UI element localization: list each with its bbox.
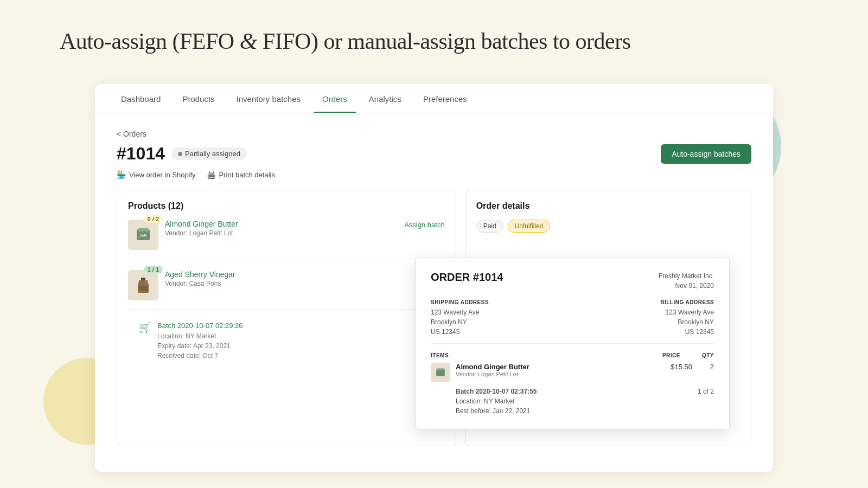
product-item-1: JAR 0 / 2 Almond Ginger Butter Vendor: L…	[128, 220, 445, 259]
shopify-icon: 🏪	[117, 170, 126, 179]
print-header: ORDER #1014 Freshly Market Inc. Nov 01, …	[431, 271, 714, 291]
nav-bar: Dashboard Products Inventory batches Ord…	[95, 84, 773, 114]
view-shopify-label: View order in Shopify	[129, 171, 196, 179]
page-headline: Auto-assign (FEFO & FIFO) or manual-assi…	[60, 28, 631, 54]
print-items-header: ITEMS PRICE QTY	[431, 352, 714, 358]
svg-rect-3	[141, 278, 145, 280]
print-item-qty-1: 2	[698, 363, 714, 371]
nav-item-analytics[interactable]: Analytics	[360, 86, 410, 112]
batch-location: Location: NY Market	[157, 331, 243, 341]
print-batch-info: Batch 2020-10-07 02:37:55 1 of 2 Locatio…	[456, 387, 714, 416]
print-item-name-1: Almond Ginger Butter	[456, 363, 665, 371]
print-qty-label: QTY	[702, 352, 714, 358]
product-image-wrap-1: JAR 0 / 2	[128, 220, 158, 250]
products-panel-title: Products (12)	[128, 201, 445, 211]
qty-badge-2: 1 / 1	[144, 266, 163, 273]
nav-item-inventory-batches[interactable]: Inventory batches	[228, 86, 309, 112]
product-vendor-2: Vendor: Casa Pons	[165, 280, 445, 287]
print-shipping: SHIPPING ADDRESS 123 Waverly AveBrooklyn…	[431, 299, 489, 337]
order-badges: Paid Unfulfilled	[476, 220, 740, 233]
batch-item-1: 🛒 Batch 2020-10-07 02:29:26 Location: NY…	[128, 320, 445, 361]
products-panel: Products (12) JAR 0 / 2	[117, 190, 456, 446]
svg-text:JAR: JAR	[139, 234, 146, 237]
breadcrumb[interactable]: < Orders	[117, 130, 751, 138]
print-shipping-address: 123 Waverly AveBrooklyn NYUS 12345	[431, 307, 489, 337]
order-number: #1014	[117, 144, 165, 164]
print-item-price-1: $15.50	[671, 363, 692, 371]
print-panel: ORDER #1014 Freshly Market Inc. Nov 01, …	[415, 258, 730, 429]
status-badge: Partially assigned	[171, 147, 247, 160]
print-date: Nov 01, 2020	[659, 281, 714, 291]
print-batch-best-before: Best before: Jan 22, 2021	[456, 407, 530, 415]
badge-paid: Paid	[476, 220, 503, 233]
product-info-2: Aged Sherry Vinegar Vendor: Casa Pons	[165, 270, 445, 287]
product-name-1: Almond Ginger Butter	[165, 220, 398, 228]
print-item-1: Almond Ginger Butter Vendor: Logan Petit…	[431, 363, 714, 382]
print-billing-address: 123 Waverly AveBrooklyn NYUS 12345	[660, 307, 714, 337]
print-company: Freshly Market Inc. Nov 01, 2020	[659, 271, 714, 291]
badge-unfulfilled: Unfulfilled	[508, 220, 551, 233]
assign-batch-button-1[interactable]: Assign batch	[404, 220, 444, 229]
print-addresses: SHIPPING ADDRESS 123 Waverly AveBrooklyn…	[431, 299, 714, 344]
ui-card: Dashboard Products Inventory batches Ord…	[95, 84, 773, 472]
product-image-1: JAR	[128, 220, 158, 250]
view-shopify-link[interactable]: 🏪 View order in Shopify	[117, 170, 196, 179]
print-item-img-1	[431, 363, 450, 382]
order-details-title: Order details	[476, 201, 740, 211]
print-item-vendor-1: Vendor: Logan Petit Lot	[456, 371, 665, 377]
nav-item-dashboard[interactable]: Dashboard	[112, 86, 169, 112]
product-name-2: Aged Sherry Vinegar	[165, 270, 445, 279]
batch-name: Batch 2020-10-07 02:29:26	[157, 320, 243, 331]
print-batch-link[interactable]: 🖨️ Print batch details	[207, 170, 275, 179]
print-batch-label: Print batch details	[219, 171, 275, 179]
product-item-2: 1 / 1 Aged Sherry Vinegar Vendor: Casa P…	[128, 270, 445, 310]
nav-item-orders[interactable]: Orders	[314, 86, 356, 112]
svg-rect-6	[437, 368, 444, 370]
svg-rect-1	[138, 228, 149, 232]
order-header-left: #1014 Partially assigned	[117, 144, 247, 164]
auto-assign-button[interactable]: Auto-assign batches	[661, 144, 751, 164]
print-shipping-label: SHIPPING ADDRESS	[431, 299, 489, 305]
print-item-info-1: Almond Ginger Butter Vendor: Logan Petit…	[456, 363, 665, 377]
batch-info-1: Batch 2020-10-07 02:29:26 Location: NY M…	[157, 320, 243, 361]
qty-badge-1: 0 / 2	[144, 215, 163, 223]
batch-cart-icon: 🛒	[139, 322, 151, 333]
status-dot	[178, 152, 182, 156]
svg-rect-4	[139, 286, 148, 291]
action-row: 🏪 View order in Shopify 🖨️ Print batch d…	[117, 170, 751, 179]
product-vendor-1: Vendor: Logan Petit Lot	[165, 229, 398, 237]
product-image-2	[128, 270, 158, 300]
print-batch-name: Batch 2020-10-07 02:37:55	[456, 388, 537, 395]
print-batch-of: 1 of 2	[698, 387, 714, 396]
order-header: #1014 Partially assigned Auto-assign bat…	[117, 144, 751, 164]
print-order-number: ORDER #1014	[431, 271, 503, 284]
product-image-wrap-2: 1 / 1	[128, 270, 158, 300]
print-price-label: PRICE	[662, 352, 680, 358]
nav-item-products[interactable]: Products	[174, 86, 223, 112]
batch-received: Received date: Oct 7	[157, 351, 243, 361]
product-info-1: Almond Ginger Butter Vendor: Logan Petit…	[165, 220, 398, 237]
print-batch-location: Location: NY Market	[456, 397, 515, 405]
nav-item-preferences[interactable]: Preferences	[414, 86, 476, 112]
status-label: Partially assigned	[185, 150, 240, 158]
print-billing: BILLING ADDRESS 123 Waverly AveBrooklyn …	[660, 299, 714, 337]
print-billing-label: BILLING ADDRESS	[660, 299, 714, 305]
print-company-name: Freshly Market Inc.	[659, 271, 714, 281]
batch-expiry: Expiry date: Apr 23, 2021	[157, 341, 243, 351]
print-icon: 🖨️	[207, 170, 216, 179]
print-items-label: ITEMS	[431, 352, 449, 358]
